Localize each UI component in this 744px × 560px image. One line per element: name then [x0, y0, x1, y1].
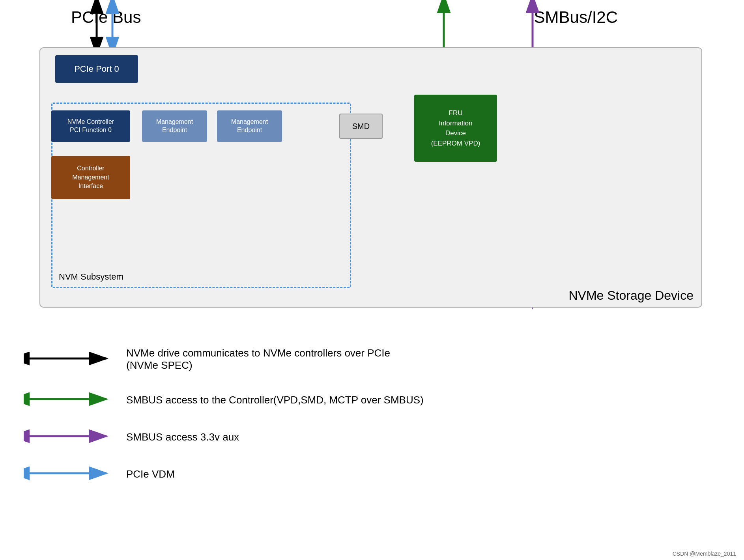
nvm-subsystem-label: NVM Subsystem: [59, 272, 123, 282]
legend-text-smbus: SMBUS access to the Controller(VPD,SMD, …: [126, 394, 424, 406]
legend-text-33v: SMBUS access 3.3v aux: [126, 431, 239, 443]
pcie-port-box: PCIe Port 0: [55, 55, 138, 83]
legend-text-vdm: PCIe VDM: [126, 468, 175, 480]
legend-item-smbus: SMBUS access to the Controller(VPD,SMD, …: [24, 391, 694, 409]
green-arrow-svg: [24, 391, 110, 407]
legend-item-vdm: PCIe VDM: [24, 465, 694, 483]
legend-arrow-green: [24, 391, 110, 409]
mgmt-endpoint-1-box: ManagementEndpoint: [142, 110, 207, 142]
legend-item-33v: SMBUS access 3.3v aux: [24, 428, 694, 446]
mgmt-endpoint-2-box: ManagementEndpoint: [217, 110, 282, 142]
pcie-bus-label: PCIe Bus: [71, 8, 141, 27]
mgmt-endpoint-1-label: ManagementEndpoint: [156, 118, 193, 134]
mgmt-endpoint-2-label: ManagementEndpoint: [231, 118, 268, 134]
storage-device-label: NVMe Storage Device: [568, 288, 694, 303]
blue-arrow-svg: [24, 465, 110, 481]
smd-box: SMD: [339, 114, 383, 139]
legend-container: NVMe drive communicates to NVMe controll…: [24, 347, 694, 502]
smd-label: SMD: [352, 122, 370, 131]
purple-arrow-svg: [24, 428, 110, 444]
black-arrow-svg: [24, 351, 110, 366]
pcie-port-label: PCIe Port 0: [74, 64, 119, 74]
legend-text-pcie: NVMe drive communicates to NVMe controll…: [126, 347, 390, 371]
legend-arrow-black: [24, 351, 110, 368]
legend-arrow-purple: [24, 428, 110, 446]
cmi-label: ControllerManagementInterface: [72, 164, 109, 190]
diagram-container: PCIe Bus SMBus/I2C: [16, 8, 728, 335]
fru-label: FRUInformationDevice(EEPROM VPD): [431, 108, 480, 148]
watermark: CSDN @Memblaze_2011: [673, 551, 736, 557]
nvme-controller-label: NVMe ControllerPCI Function 0: [67, 118, 114, 134]
legend-arrow-blue: [24, 465, 110, 483]
fru-box: FRUInformationDevice(EEPROM VPD): [414, 95, 497, 162]
legend-item-pcie: NVMe drive communicates to NVMe controll…: [24, 347, 694, 371]
cmi-box: ControllerManagementInterface: [51, 156, 130, 199]
nvme-controller-box: NVMe ControllerPCI Function 0: [51, 110, 130, 142]
smbus-i2c-label: SMBus/I2C: [534, 8, 618, 27]
